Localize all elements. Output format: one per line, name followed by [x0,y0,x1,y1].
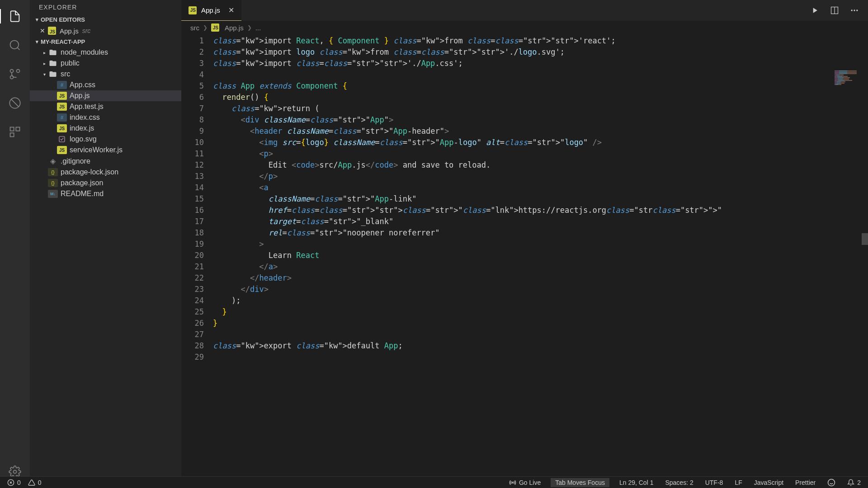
status-errors[interactable]: 0 [5,479,23,486]
tree-item-label: node_modules [61,48,108,56]
status-cursor-position[interactable]: Ln 29, Col 1 [618,479,656,486]
file-item[interactable]: JSApp.test.js [30,101,181,112]
chevron-down-icon: ▾ [41,72,48,77]
css-file-icon: # [57,113,67,122]
json-file-icon: {} [48,179,58,187]
js-file-icon: JS [48,27,56,35]
file-item[interactable]: ◈.gitignore [30,155,181,167]
tree-item-label: src [61,70,70,78]
status-language[interactable]: JavaScript [752,479,785,486]
js-file-icon: JS [189,6,197,14]
tree-item-label: package-lock.json [61,168,118,176]
file-item[interactable]: logo.svg [30,134,181,145]
chevron-right-icon: ▸ [41,50,48,55]
search-activity-icon[interactable] [4,34,26,56]
file-item[interactable]: JSindex.js [30,123,181,134]
open-editors-label: OPEN EDITORS [41,16,85,23]
file-item[interactable]: #App.css [30,80,181,90]
file-item[interactable]: JSApp.js [30,90,181,101]
tree-item-label: serviceWorker.js [70,146,123,154]
js-file-icon: JS [57,124,67,132]
tree-item-label: README.md [61,190,104,198]
svg-rect-9 [59,136,65,142]
tree-item-label: index.js [70,124,94,132]
tree-item-label: .gitignore [61,157,90,165]
activity-bar [0,0,30,488]
svg-rect-5 [10,127,14,131]
svg-point-14 [856,9,858,11]
tab-bar: JS App.js ✕ [181,0,868,21]
status-tab-moves-focus[interactable]: Tab Moves Focus [551,478,609,487]
breadcrumb-item[interactable]: App.js [225,24,244,32]
file-tree: ▸node_modules▸public▾src#App.cssJSApp.js… [30,47,181,199]
css-file-icon: # [57,81,67,89]
close-icon[interactable]: ✕ [228,6,234,14]
editor-area: JS App.js ✕ src ❯ JS App.js ❯ ... 123456… [181,0,868,488]
file-item[interactable]: {}package-lock.json [30,167,181,178]
js-file-icon: JS [211,23,219,32]
status-bar: 0 0 Go Live Tab Moves Focus Ln 29, Col 1… [0,476,868,488]
status-warnings[interactable]: 0 [26,479,43,486]
folder-item[interactable]: ▸node_modules [30,47,181,58]
project-section-header[interactable]: ▾ MY-REACT-APP [30,37,181,47]
git-file-icon: ◈ [48,157,58,165]
svg-point-12 [851,9,853,11]
extensions-activity-icon[interactable] [4,121,26,143]
folder-icon [48,70,58,78]
chevron-down-icon: ▾ [33,17,41,23]
editor-actions [810,0,868,21]
status-eol[interactable]: LF [733,479,744,486]
debug-activity-icon[interactable] [4,92,26,114]
status-encoding[interactable]: UTF-8 [703,479,725,486]
js-file-icon: JS [57,103,67,111]
file-item[interactable]: {}package.json [30,178,181,188]
md-file-icon: M↓ [48,190,58,198]
js-file-icon: JS [57,92,67,100]
chevron-right-icon: ❯ [203,24,208,31]
code-editor[interactable]: 1234567891011121314151617181920212223242… [181,34,868,488]
chevron-right-icon: ▸ [41,61,48,66]
file-item[interactable]: M↓README.md [30,188,181,199]
breadcrumb-item[interactable]: ... [255,24,261,32]
chevron-down-icon: ▾ [33,39,41,45]
svg-point-3 [10,70,14,73]
more-actions-icon[interactable] [850,6,859,15]
file-item[interactable]: JSserviceWorker.js [30,145,181,155]
open-editors-section[interactable]: ▾ OPEN EDITORS [30,14,181,25]
open-editor-filename: App.js [60,27,79,35]
breadcrumbs[interactable]: src ❯ JS App.js ❯ ... [181,21,868,34]
open-editor-item[interactable]: ✕ JS App.js src [30,25,181,37]
run-icon[interactable] [810,6,819,15]
svg-file-icon [57,135,67,143]
split-editor-icon[interactable] [830,6,839,15]
code-content[interactable]: class="kw">import React, { Component } c… [213,34,868,488]
scrollbar-thumb[interactable] [862,233,868,245]
open-editor-path: src [82,27,91,34]
json-file-icon: {} [48,168,58,176]
source-control-activity-icon[interactable] [4,63,26,85]
status-go-live[interactable]: Go Live [507,479,542,486]
status-indentation[interactable]: Spaces: 2 [663,479,695,486]
line-numbers: 1234567891011121314151617181920212223242… [181,34,213,488]
svg-point-18 [512,482,514,483]
status-notifications[interactable]: 2 [845,479,863,486]
close-icon[interactable]: ✕ [40,27,45,34]
status-prettier[interactable]: Prettier [793,479,817,486]
explorer-activity-icon[interactable] [4,5,26,27]
minimap[interactable] [835,70,866,98]
svg-point-8 [14,470,17,474]
folder-item[interactable]: ▸public [30,58,181,69]
tree-item-label: index.css [70,113,100,122]
tree-item-label: public [61,59,80,67]
tab-app-js[interactable]: JS App.js ✕ [181,0,241,21]
svg-point-0 [10,41,19,49]
svg-rect-6 [16,127,19,131]
status-feedback-icon[interactable] [826,479,837,487]
svg-point-19 [828,479,835,486]
breadcrumb-item[interactable]: src [190,24,199,32]
project-name: MY-REACT-APP [41,38,85,45]
js-file-icon: JS [57,146,67,154]
file-item[interactable]: #index.css [30,112,181,123]
folder-item[interactable]: ▾src [30,69,181,80]
tree-item-label: App.test.js [70,103,104,111]
